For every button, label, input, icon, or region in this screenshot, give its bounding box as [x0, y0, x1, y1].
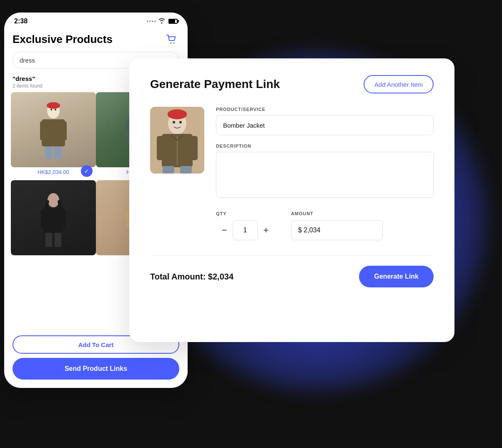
amount-label: AMOUNT [291, 211, 383, 216]
product-item-3[interactable] [11, 180, 96, 262]
qty-decrement-button[interactable]: − [216, 220, 233, 240]
cart-button[interactable] [164, 32, 179, 47]
description-label: DESCRIPTION [216, 143, 434, 148]
svg-point-0 [171, 43, 172, 44]
svg-rect-36 [163, 166, 174, 174]
battery-icon [168, 19, 178, 24]
svg-rect-34 [157, 136, 168, 160]
selected-check-icon: ✓ [81, 165, 93, 177]
card-body: PRODUCT/SERVICE DESCRIPTION QTY − 1 + [150, 107, 434, 240]
svg-rect-7 [54, 146, 62, 159]
product-thumbnail [150, 107, 204, 174]
generate-link-button[interactable]: Generate Link [359, 266, 434, 287]
status-bar: 2:38 [4, 13, 188, 28]
add-another-item-button[interactable]: Add Another Item [364, 75, 434, 93]
svg-point-10 [55, 109, 56, 111]
amount-input[interactable] [291, 220, 383, 240]
product-input[interactable] [216, 115, 434, 135]
qty-increment-button[interactable]: + [258, 220, 274, 240]
svg-rect-35 [187, 136, 198, 160]
product-label: PRODUCT/SERVICE [216, 107, 434, 112]
amount-section: AMOUNT [291, 211, 383, 240]
svg-rect-21 [45, 233, 52, 247]
qty-value: 1 [233, 220, 258, 240]
qty-amount-row: QTY − 1 + AMOUNT [216, 211, 434, 240]
qty-section: QTY − 1 + [216, 211, 274, 240]
card-title: Generate Payment Link [150, 78, 280, 91]
svg-rect-6 [45, 146, 53, 159]
description-textarea[interactable] [216, 152, 434, 198]
phone-title: Exclusive Products [13, 33, 113, 46]
svg-rect-32 [168, 111, 187, 118]
card-header: Generate Payment Link Add Another Item [150, 75, 434, 93]
card-footer: Total Amount: $2,034 Generate Link [150, 255, 434, 287]
product-price-3 [11, 255, 96, 262]
svg-point-8 [47, 102, 60, 109]
payment-card: Generate Payment Link Add Another Item [129, 58, 454, 342]
svg-point-17 [48, 193, 59, 207]
svg-rect-22 [55, 233, 61, 247]
svg-point-9 [50, 109, 52, 111]
product-item-1[interactable]: ✓ HK$2,034.00 [11, 92, 96, 180]
svg-point-1 [173, 43, 175, 44]
svg-rect-5 [58, 121, 67, 140]
product-thumb-image [150, 107, 204, 174]
svg-point-40 [179, 121, 182, 123]
product-image-1 [11, 92, 96, 167]
svg-rect-37 [180, 166, 192, 174]
phone-footer: Add To Cart Send Product Links [4, 335, 188, 388]
status-time: 2:38 [14, 18, 28, 25]
product-image-3 [11, 180, 96, 255]
send-product-links-button[interactable]: Send Product Links [13, 358, 179, 380]
status-icons [147, 18, 178, 25]
phone-header: Exclusive Products [4, 28, 188, 52]
qty-controls: − 1 + [216, 220, 274, 240]
total-amount-label: Total Amount: $2,034 [150, 272, 233, 282]
wifi-icon [158, 18, 165, 25]
svg-point-39 [173, 121, 175, 123]
form-section: PRODUCT/SERVICE DESCRIPTION QTY − 1 + [216, 107, 434, 240]
cart-icon [166, 35, 177, 44]
svg-rect-4 [40, 121, 48, 140]
qty-label: QTY [216, 211, 274, 216]
signal-icon [147, 20, 156, 22]
